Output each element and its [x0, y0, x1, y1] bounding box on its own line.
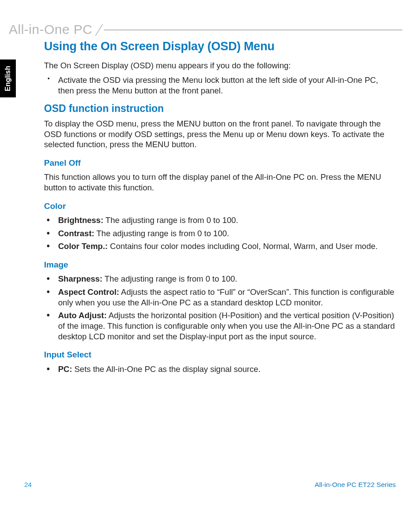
page-number: 24: [24, 481, 32, 489]
subsection-heading-input-select: Input Select: [44, 349, 396, 360]
page-content: Using the On Screen Display (OSD) Menu T…: [44, 39, 396, 377]
intro-list: Activate the OSD via pressing the Menu l…: [44, 75, 396, 96]
item-text: The adjusting range is from 0 to 100.: [94, 229, 229, 238]
list-item: PC: Sets the All-in-One PC as the displa…: [56, 364, 396, 375]
input-select-list: PC: Sets the All-in-One PC as the displa…: [44, 364, 396, 375]
list-item: Activate the OSD via pressing the Menu l…: [56, 75, 396, 96]
osd-function-body: To display the OSD menu, press the MENU …: [44, 119, 396, 150]
subsection-heading-color: Color: [44, 201, 396, 212]
image-list: Sharpness: The adjusting range is from 0…: [44, 274, 396, 342]
header-slash-icon: [95, 23, 103, 36]
list-item: Sharpness: The adjusting range is from 0…: [56, 274, 396, 284]
item-label: Aspect Control:: [58, 287, 119, 297]
list-item: Contrast: The adjusting range is from 0 …: [56, 228, 396, 239]
item-label: Contrast:: [58, 229, 94, 238]
item-label: Color Temp.:: [58, 241, 108, 251]
panel-off-body: This function allows you to turn off the…: [44, 172, 396, 193]
header-rule: [104, 30, 402, 30]
subsection-heading-image: Image: [44, 260, 396, 270]
item-label: Sharpness:: [58, 274, 103, 283]
item-label: Brightness:: [58, 215, 103, 225]
list-item: Color Temp.: Contains four color modes i…: [56, 241, 396, 252]
item-label: PC:: [58, 364, 72, 374]
list-item: Auto Adjust: Adjusts the horizontal posi…: [56, 310, 396, 342]
list-item: Aspect Control: Adjusts the aspect ratio…: [56, 287, 396, 308]
item-text: Sets the All-in-One PC as the display si…: [72, 364, 261, 374]
page-footer: 24 All-in-One PC ET22 Series: [24, 481, 396, 489]
list-item: Brightness: The adjusting range is from …: [56, 215, 396, 226]
intro-text: The On Screen Display (OSD) menu appears…: [44, 60, 396, 71]
page-header: All-in-One PC: [9, 22, 402, 37]
item-text: Contains four color modes including Cool…: [108, 241, 378, 251]
page-title: Using the On Screen Display (OSD) Menu: [44, 39, 396, 54]
item-text: The adjusting range is from 0 to 100.: [103, 274, 237, 283]
product-line-title: All-in-One PC: [9, 22, 92, 37]
language-tab: English: [0, 59, 16, 97]
series-label: All-in-One PC ET22 Series: [315, 481, 396, 489]
subsection-heading-panel-off: Panel Off: [44, 158, 396, 168]
section-heading-osd-function: OSD function instruction: [44, 102, 396, 115]
color-list: Brightness: The adjusting range is from …: [44, 215, 396, 252]
item-text: The adjusting range is from 0 to 100.: [103, 215, 238, 225]
item-text: Adjusts the horizontal position (H-Posit…: [58, 311, 395, 341]
item-label: Auto Adjust:: [58, 311, 107, 320]
